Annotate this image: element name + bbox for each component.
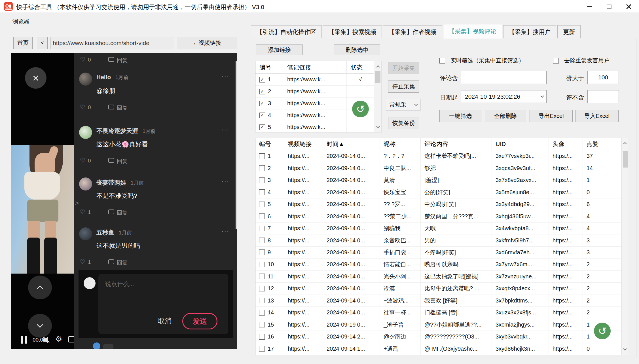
row-checkbox[interactable] (259, 202, 265, 207)
reply-button[interactable]: 回复 (117, 259, 128, 266)
row-checkbox[interactable] (259, 177, 265, 183)
table-row[interactable]: 7https://...2024-09-14 0...别骗我天哦3x4wkvbp… (255, 223, 622, 234)
cancel-button[interactable]: 取消 (158, 316, 172, 325)
table-row[interactable]: 15https://...2024-09-19 0..._渣子普@??小姐姐哪里… (255, 319, 622, 331)
muted-speaker-icon[interactable] (43, 336, 50, 344)
home-button[interactable]: 首页 (13, 37, 33, 49)
row-checkbox[interactable] (259, 310, 265, 316)
scroll-thumb[interactable] (375, 71, 380, 83)
expand-replies-icon[interactable]: > (75, 200, 79, 207)
scroll-down-icon[interactable] (376, 124, 380, 128)
maximize-button[interactable] (599, 0, 619, 13)
row-checkbox[interactable]: ✓ (259, 89, 265, 94)
video-thumbnail[interactable] (11, 145, 74, 274)
minimize-button[interactable] (579, 0, 599, 13)
table-row[interactable]: 10https://...2024-09-14 0...情若能自...嘴唇可以亲… (255, 259, 622, 270)
likes-greater-input[interactable] (587, 71, 619, 84)
more-options-icon[interactable]: ... (221, 124, 230, 132)
url-input[interactable] (50, 37, 174, 49)
table-row[interactable]: 4https://...2024-09-14 0...快乐宝宝公的[奸笑]3x5… (255, 186, 622, 198)
one-click-filter-button[interactable]: 一键筛选 (439, 110, 481, 122)
like-icon[interactable]: ♡ (80, 157, 85, 164)
delete-selected-button[interactable]: 删除选中 (334, 45, 380, 55)
table-row[interactable]: 5https://...2024-09-14 0...?? ?罗...中分吗[奸… (255, 198, 622, 210)
like-icon[interactable]: ♡ (80, 209, 85, 215)
row-checkbox[interactable] (259, 226, 265, 231)
reply-button[interactable]: 回复 (117, 209, 128, 217)
tab-6[interactable]: 更新 (557, 25, 581, 39)
settings-gear-icon[interactable]: ⚙ (55, 335, 62, 344)
row-checkbox[interactable]: ✓ (259, 124, 265, 130)
row-checkbox[interactable] (259, 238, 265, 243)
fullscreen-icon[interactable] (68, 336, 75, 342)
tab-1[interactable]: 【引流】自动化操作区 (251, 25, 322, 39)
row-checkbox[interactable]: ✓ (259, 77, 265, 82)
like-icon[interactable]: ♡ (80, 104, 85, 111)
grab-video-link-button[interactable]: ←视频链接 (177, 37, 237, 49)
browser-scrollbar[interactable] (236, 61, 237, 229)
link-table-scrollbar[interactable] (374, 61, 382, 132)
row-checkbox[interactable] (259, 165, 265, 171)
more-options-icon[interactable]: ... (221, 176, 230, 184)
table-row[interactable]: ✓5https://www.k... (255, 121, 382, 132)
table-row[interactable]: 13https://...2024-09-14 0...~波波鸡...我喜欢 [… (255, 295, 622, 307)
row-checkbox[interactable] (259, 298, 265, 303)
tab-4[interactable]: 【采集】视频评论 (443, 24, 502, 39)
import-excel-button[interactable]: 导入Excel (575, 110, 619, 122)
row-checkbox[interactable]: ✓ (259, 113, 265, 118)
reply-button[interactable]: 回复 (117, 104, 128, 112)
table-row[interactable]: 11https://...2024-09-14 0...光头小阿...这已太抽象… (255, 271, 622, 283)
table-row[interactable]: ✓1https://www.k...√ (255, 74, 382, 86)
table-row[interactable]: 1https://...2024-09-14 0...?．?．?这样卡着不难受吗… (255, 150, 622, 162)
pause-button[interactable] (21, 336, 27, 344)
back-button[interactable]: < (37, 37, 48, 49)
export-excel-button[interactable]: 导出Excel (530, 110, 573, 122)
table-row[interactable]: 6https://...2024-09-14 0...??荣二少...楚汉两国，… (255, 210, 622, 222)
scroll-up-icon[interactable] (376, 65, 380, 69)
delete-all-button[interactable]: 全部删除 (485, 110, 526, 122)
row-checkbox[interactable] (259, 249, 265, 255)
scroll-thumb[interactable] (623, 151, 628, 168)
row-checkbox[interactable]: ✓ (259, 101, 265, 106)
comment-contains-input[interactable] (461, 71, 547, 84)
reply-button[interactable]: 回复 (117, 158, 128, 165)
video-close-button[interactable] (25, 67, 46, 89)
table-row[interactable]: 14https://...2024-09-14 0...往事一杯...门槛挺高 … (255, 307, 622, 319)
table-row[interactable]: ✓2https://www.k... (255, 86, 382, 98)
add-link-button[interactable]: 添加链接 (256, 45, 303, 55)
row-checkbox[interactable] (259, 346, 265, 352)
close-button[interactable] (619, 0, 639, 13)
more-options-icon[interactable]: ... (221, 226, 230, 234)
results-scrollbar[interactable] (621, 138, 628, 355)
tab-5[interactable]: 【采集】搜用户 (503, 25, 556, 39)
table-row[interactable]: 9https://...2024-09-14 0...手插口袋...不疼吗[奸笑… (255, 247, 622, 259)
table-row[interactable]: 16https://...2024-09-14 2...@夕南边@???????… (255, 331, 622, 343)
row-checkbox[interactable] (259, 189, 265, 195)
dedupe-checkbox[interactable]: 去除重复发言用户 (553, 57, 610, 64)
date-from-dropdown[interactable]: 2024-10-19 23:02:26 (461, 90, 547, 103)
stop-collect-button[interactable]: 停止采集 (388, 81, 419, 93)
tab-3[interactable]: 【采集】作者视频 (383, 25, 442, 39)
row-checkbox[interactable] (259, 334, 265, 340)
previous-video-button[interactable] (28, 276, 52, 299)
row-checkbox[interactable] (259, 286, 265, 291)
scroll-down-icon[interactable] (623, 347, 627, 351)
checkbox-icon[interactable] (553, 58, 559, 64)
reply-button[interactable]: 回复 (117, 57, 128, 64)
tab-2[interactable]: 【采集】搜索视频 (323, 25, 382, 39)
collect-mode-dropdown[interactable]: 常规采 (386, 99, 420, 111)
realtime-filter-checkbox[interactable]: 实时筛选（采集中直接筛选） (439, 57, 524, 64)
comment-input[interactable]: 说点什么... 取消 发送 (98, 274, 228, 334)
row-checkbox[interactable] (259, 322, 265, 327)
comment-excludes-input[interactable] (587, 90, 619, 103)
row-checkbox[interactable] (259, 153, 265, 159)
table-row[interactable]: 3https://...2024-09-14 0...莫清[羞涩]3x7x8vd… (255, 174, 622, 186)
like-icon[interactable]: ♡ (80, 259, 85, 265)
row-checkbox[interactable] (259, 213, 265, 219)
row-checkbox[interactable] (259, 274, 265, 279)
scroll-up-icon[interactable] (623, 142, 627, 146)
table-row[interactable]: 2https://...2024-09-14 0...中良二队...够肥3xqc… (255, 162, 622, 174)
like-icon[interactable]: ♡ (80, 56, 85, 63)
checkbox-icon[interactable] (439, 58, 445, 64)
table-row[interactable]: 12https://...2024-09-14 0...冷漠比母牛的还离谱吧? … (255, 283, 622, 295)
